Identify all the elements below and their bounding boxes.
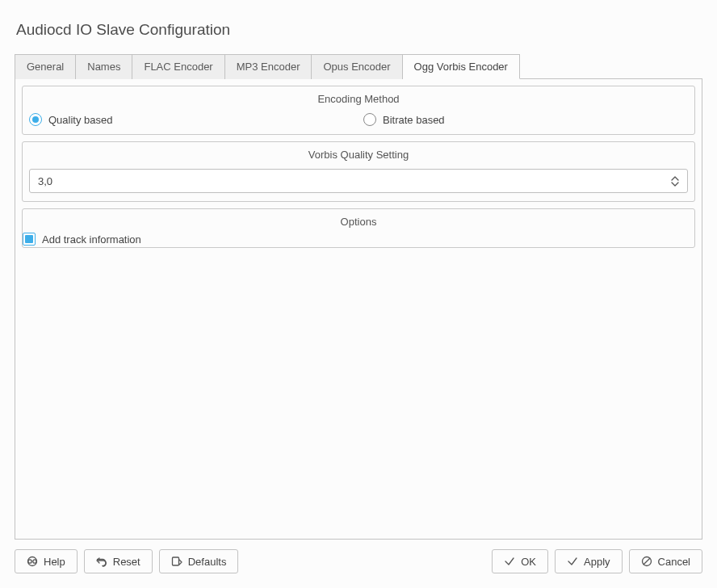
quality-spinner-value: 3,0	[38, 175, 671, 187]
checkbox-add-track-info[interactable]	[23, 233, 36, 246]
chevron-down-icon	[671, 182, 679, 187]
cancel-icon	[641, 556, 652, 567]
tab-opus[interactable]: Opus Encoder	[312, 54, 402, 79]
radio-quality-based[interactable]	[29, 113, 42, 126]
check-icon	[504, 556, 515, 567]
apply-button[interactable]: Apply	[555, 549, 623, 573]
tabs-row: General Names FLAC Encoder MP3 Encoder O…	[15, 53, 702, 78]
cancel-button[interactable]: Cancel	[629, 549, 702, 573]
quality-spinner[interactable]: 3,0	[29, 169, 688, 193]
defaults-button[interactable]: Defaults	[159, 549, 239, 573]
ok-button[interactable]: OK	[492, 549, 548, 573]
tab-flac[interactable]: FLAC Encoder	[132, 54, 224, 79]
checkbox-add-track-label: Add track information	[42, 233, 141, 246]
tab-content: Encoding Method Quality based Bitrate ba…	[15, 78, 702, 540]
page-title: Audiocd IO Slave Configuration	[16, 21, 702, 39]
reset-button-label: Reset	[113, 556, 140, 568]
apply-button-label: Apply	[584, 556, 610, 568]
group-quality-setting: Vorbis Quality Setting 3,0	[22, 141, 695, 202]
defaults-icon	[171, 556, 182, 567]
group-title-options: Options	[23, 209, 694, 233]
group-encoding-method: Encoding Method Quality based Bitrate ba…	[22, 86, 695, 135]
ok-button-label: OK	[521, 556, 536, 568]
tab-general[interactable]: General	[15, 54, 76, 79]
radio-bitrate-based[interactable]	[363, 113, 376, 126]
cancel-button-label: Cancel	[658, 556, 690, 568]
radio-bitrate-label: Bitrate based	[383, 114, 445, 126]
help-icon	[27, 556, 38, 567]
svg-rect-3	[172, 557, 178, 565]
tab-names[interactable]: Names	[76, 54, 132, 79]
svg-point-0	[28, 557, 37, 566]
spinner-arrows[interactable]	[671, 176, 682, 187]
check-icon	[567, 556, 578, 567]
defaults-button-label: Defaults	[188, 556, 227, 568]
button-bar: Help Reset Defaults OK Apply Can	[15, 540, 702, 573]
group-title-quality: Vorbis Quality Setting	[23, 142, 694, 166]
reset-button[interactable]: Reset	[84, 549, 153, 573]
radio-quality-label: Quality based	[48, 114, 113, 126]
group-title-encoding: Encoding Method	[23, 86, 694, 110]
help-button-label: Help	[44, 556, 65, 568]
svg-point-1	[28, 560, 31, 563]
help-button[interactable]: Help	[15, 549, 78, 573]
svg-point-2	[33, 560, 36, 563]
svg-line-5	[644, 558, 650, 565]
undo-icon	[96, 556, 107, 567]
group-options: Options Add track information	[22, 208, 695, 248]
tab-mp3[interactable]: MP3 Encoder	[225, 54, 312, 79]
chevron-up-icon	[671, 176, 679, 181]
tab-oggvorbis[interactable]: Ogg Vorbis Encoder	[403, 54, 520, 79]
